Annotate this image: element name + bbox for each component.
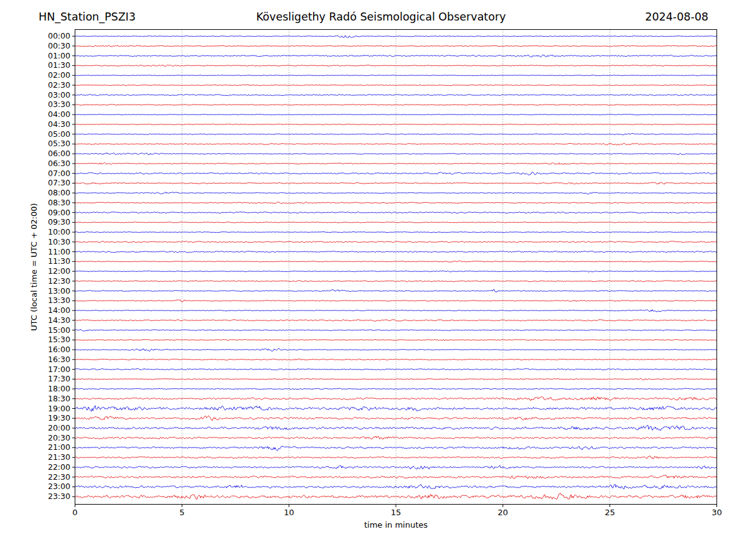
trace-05:30 [75, 143, 717, 145]
y-tick-label: 14:30 [0, 315, 70, 325]
y-tick-label: 08:30 [0, 198, 70, 208]
y-tick-label: 02:00 [0, 70, 70, 80]
y-tick-label: 22:30 [0, 472, 70, 482]
trace-11:30 [75, 261, 717, 262]
helicorder-plot [0, 0, 747, 560]
trace-08:00 [75, 192, 717, 195]
y-tick-label: 06:00 [0, 149, 70, 159]
x-tick-label: 0 [72, 508, 77, 517]
y-tick-label: 11:00 [0, 247, 70, 257]
trace-22:00 [75, 465, 717, 469]
trace-16:00 [75, 348, 717, 351]
y-tick-label: 05:00 [0, 129, 70, 139]
trace-01:30 [75, 65, 717, 66]
y-tick-label: 12:30 [0, 276, 70, 286]
trace-04:00 [75, 114, 717, 115]
trace-09:00 [75, 212, 717, 213]
trace-09:30 [75, 222, 717, 223]
trace-17:30 [75, 378, 717, 380]
y-tick-label: 10:00 [0, 227, 70, 237]
y-tick-label: 04:30 [0, 119, 70, 129]
y-tick-label: 03:30 [0, 100, 70, 110]
y-tick-label: 04:00 [0, 110, 70, 119]
trace-17:00 [75, 368, 717, 370]
helicorder-page: HN_Station_PSZI3 Kövesligethy Radó Seism… [0, 0, 747, 560]
y-tick-label: 17:30 [0, 374, 70, 384]
y-tick-label: 01:30 [0, 60, 70, 70]
trace-23:30 [75, 493, 717, 500]
y-tick-label: 20:00 [0, 423, 70, 433]
trace-10:00 [75, 231, 717, 232]
y-tick-label: 19:30 [0, 413, 70, 423]
y-tick-label: 13:00 [0, 286, 70, 296]
y-tick-label: 00:00 [0, 31, 70, 41]
y-tick-label: 20:30 [0, 433, 70, 443]
y-tick-label: 21:00 [0, 442, 70, 452]
y-tick-label: 03:00 [0, 90, 70, 100]
trace-15:30 [75, 339, 717, 340]
y-tick-label: 02:30 [0, 80, 70, 90]
trace-02:00 [75, 75, 717, 76]
trace-07:00 [75, 172, 717, 175]
trace-02:30 [75, 85, 717, 86]
y-tick-label: 23:30 [0, 492, 70, 502]
y-tick-label: 10:30 [0, 237, 70, 247]
y-tick-label: 07:00 [0, 169, 70, 179]
x-tick-label: 25 [604, 508, 615, 517]
y-tick-label: 15:00 [0, 325, 70, 335]
trace-08:30 [75, 202, 717, 204]
y-tick-label: 12:00 [0, 266, 70, 276]
y-tick-label: 09:30 [0, 217, 70, 227]
y-tick-label: 16:30 [0, 355, 70, 365]
x-axis-label: time in minutes [364, 520, 428, 530]
x-tick-label: 30 [712, 508, 722, 517]
x-tick-label: 15 [391, 508, 402, 517]
y-tick-label: 07:30 [0, 178, 70, 188]
y-tick-label: 16:00 [0, 345, 70, 355]
y-tick-label: 06:30 [0, 159, 70, 169]
y-tick-label: 13:30 [0, 296, 70, 306]
y-tick-label: 05:30 [0, 139, 70, 149]
y-tick-label: 18:00 [0, 384, 70, 394]
y-tick-label: 00:30 [0, 41, 70, 51]
y-tick-label: 14:00 [0, 306, 70, 315]
trace-23:00 [75, 484, 717, 488]
x-tick-label: 20 [498, 508, 509, 517]
y-tick-label: 15:30 [0, 335, 70, 345]
trace-21:30 [75, 456, 717, 459]
trace-10:30 [75, 241, 717, 243]
y-tick-label: 18:30 [0, 394, 70, 404]
y-tick-label: 19:00 [0, 404, 70, 414]
y-tick-label: 23:00 [0, 482, 70, 492]
trace-05:00 [75, 133, 717, 134]
trace-07:30 [75, 182, 717, 184]
y-tick-label: 17:00 [0, 365, 70, 375]
x-tick-label: 10 [284, 508, 294, 517]
y-tick-label: 09:00 [0, 208, 70, 218]
y-tick-label: 22:00 [0, 462, 70, 472]
y-tick-label: 21:30 [0, 452, 70, 462]
x-tick-label: 5 [179, 508, 184, 517]
y-tick-label: 08:00 [0, 188, 70, 198]
trace-11:00 [75, 251, 717, 252]
trace-13:30 [75, 300, 717, 302]
y-tick-label: 11:30 [0, 256, 70, 266]
trace-04:30 [75, 124, 717, 124]
trace-03:30 [75, 105, 717, 105]
y-tick-label: 01:00 [0, 51, 70, 61]
